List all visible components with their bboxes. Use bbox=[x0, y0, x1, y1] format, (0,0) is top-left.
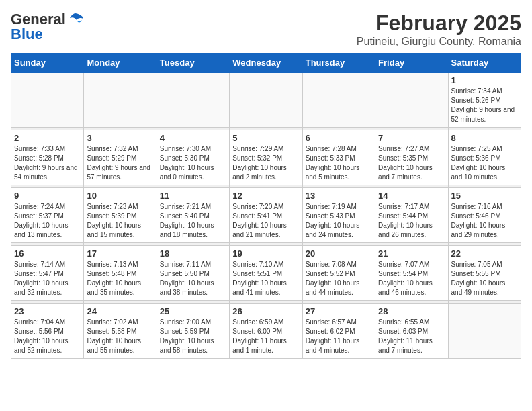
calendar-cell: 5Sunrise: 7:29 AM Sunset: 5:32 PM Daylig… bbox=[230, 130, 302, 185]
day-number: 11 bbox=[160, 191, 226, 201]
header: General Blue February 2025 Putineiu, Giu… bbox=[11, 11, 521, 48]
day-number: 6 bbox=[306, 133, 372, 143]
col-saturday: Saturday bbox=[448, 54, 521, 73]
day-detail: Sunrise: 7:19 AM Sunset: 5:43 PM Dayligh… bbox=[306, 202, 372, 240]
calendar-cell bbox=[84, 73, 157, 128]
calendar-week-5: 23Sunrise: 7:04 AM Sunset: 5:56 PM Dayli… bbox=[11, 304, 521, 359]
day-number: 16 bbox=[14, 248, 81, 259]
col-tuesday: Tuesday bbox=[157, 54, 229, 73]
calendar-cell: 12Sunrise: 7:20 AM Sunset: 5:41 PM Dayli… bbox=[230, 188, 302, 243]
calendar-cell: 18Sunrise: 7:11 AM Sunset: 5:50 PM Dayli… bbox=[157, 246, 229, 301]
day-number: 24 bbox=[87, 306, 153, 316]
calendar-week-4: 16Sunrise: 7:14 AM Sunset: 5:47 PM Dayli… bbox=[11, 246, 521, 301]
day-number: 7 bbox=[378, 133, 445, 143]
day-detail: Sunrise: 7:29 AM Sunset: 5:32 PM Dayligh… bbox=[232, 144, 299, 182]
day-number: 12 bbox=[232, 191, 299, 201]
calendar-cell: 3Sunrise: 7:32 AM Sunset: 5:29 PM Daylig… bbox=[84, 130, 157, 185]
calendar-cell: 27Sunrise: 6:57 AM Sunset: 6:02 PM Dayli… bbox=[302, 304, 375, 359]
calendar-cell: 16Sunrise: 7:14 AM Sunset: 5:47 PM Dayli… bbox=[11, 246, 84, 301]
day-detail: Sunrise: 7:10 AM Sunset: 5:51 PM Dayligh… bbox=[232, 260, 299, 298]
day-number: 23 bbox=[14, 306, 81, 316]
calendar-cell bbox=[11, 73, 84, 128]
day-detail: Sunrise: 7:34 AM Sunset: 5:26 PM Dayligh… bbox=[451, 87, 518, 124]
day-number: 5 bbox=[232, 133, 299, 143]
calendar-cell: 4Sunrise: 7:30 AM Sunset: 5:30 PM Daylig… bbox=[157, 130, 229, 185]
calendar-cell bbox=[230, 73, 302, 128]
day-number: 2 bbox=[14, 133, 81, 143]
calendar-week-3: 9Sunrise: 7:24 AM Sunset: 5:37 PM Daylig… bbox=[11, 188, 521, 243]
day-number: 10 bbox=[87, 191, 153, 201]
col-monday: Monday bbox=[84, 54, 157, 73]
day-number: 28 bbox=[378, 306, 445, 316]
day-detail: Sunrise: 7:28 AM Sunset: 5:33 PM Dayligh… bbox=[306, 144, 372, 182]
day-detail: Sunrise: 7:17 AM Sunset: 5:44 PM Dayligh… bbox=[378, 202, 445, 240]
calendar-cell: 25Sunrise: 7:00 AM Sunset: 5:59 PM Dayli… bbox=[157, 304, 229, 359]
calendar-cell: 11Sunrise: 7:21 AM Sunset: 5:40 PM Dayli… bbox=[157, 188, 229, 243]
logo: General Blue bbox=[11, 11, 85, 43]
day-detail: Sunrise: 6:57 AM Sunset: 6:02 PM Dayligh… bbox=[306, 318, 372, 355]
day-number: 27 bbox=[306, 306, 372, 316]
col-thursday: Thursday bbox=[302, 54, 375, 73]
day-detail: Sunrise: 7:07 AM Sunset: 5:54 PM Dayligh… bbox=[378, 260, 445, 298]
calendar-cell: 10Sunrise: 7:23 AM Sunset: 5:39 PM Dayli… bbox=[84, 188, 157, 243]
calendar-cell: 9Sunrise: 7:24 AM Sunset: 5:37 PM Daylig… bbox=[11, 188, 84, 243]
main-title: February 2025 bbox=[357, 11, 521, 36]
day-detail: Sunrise: 7:27 AM Sunset: 5:35 PM Dayligh… bbox=[378, 144, 445, 182]
col-wednesday: Wednesday bbox=[230, 54, 302, 73]
day-detail: Sunrise: 7:16 AM Sunset: 5:46 PM Dayligh… bbox=[451, 202, 518, 240]
day-number: 15 bbox=[451, 191, 518, 201]
title-area: February 2025 Putineiu, Giurgiu County, … bbox=[357, 11, 521, 48]
day-detail: Sunrise: 7:00 AM Sunset: 5:59 PM Dayligh… bbox=[160, 318, 226, 355]
day-number: 19 bbox=[232, 248, 299, 259]
day-detail: Sunrise: 7:24 AM Sunset: 5:37 PM Dayligh… bbox=[14, 202, 81, 240]
calendar-cell: 7Sunrise: 7:27 AM Sunset: 5:35 PM Daylig… bbox=[375, 130, 448, 185]
day-detail: Sunrise: 7:11 AM Sunset: 5:50 PM Dayligh… bbox=[160, 260, 226, 298]
calendar-table: Sunday Monday Tuesday Wednesday Thursday… bbox=[11, 53, 521, 359]
day-detail: Sunrise: 7:32 AM Sunset: 5:29 PM Dayligh… bbox=[87, 144, 153, 182]
calendar-cell: 24Sunrise: 7:02 AM Sunset: 5:58 PM Dayli… bbox=[84, 304, 157, 359]
day-detail: Sunrise: 7:14 AM Sunset: 5:47 PM Dayligh… bbox=[14, 260, 81, 298]
day-detail: Sunrise: 7:20 AM Sunset: 5:41 PM Dayligh… bbox=[232, 202, 299, 240]
calendar-cell: 14Sunrise: 7:17 AM Sunset: 5:44 PM Dayli… bbox=[375, 188, 448, 243]
calendar-header-row: Sunday Monday Tuesday Wednesday Thursday… bbox=[11, 54, 521, 73]
day-detail: Sunrise: 7:30 AM Sunset: 5:30 PM Dayligh… bbox=[160, 144, 226, 182]
day-number: 25 bbox=[160, 306, 226, 316]
day-number: 3 bbox=[87, 133, 153, 143]
day-detail: Sunrise: 7:02 AM Sunset: 5:58 PM Dayligh… bbox=[87, 318, 153, 355]
day-number: 8 bbox=[451, 133, 518, 143]
calendar-cell bbox=[448, 304, 521, 359]
day-detail: Sunrise: 7:13 AM Sunset: 5:48 PM Dayligh… bbox=[87, 260, 153, 298]
day-number: 13 bbox=[306, 191, 372, 201]
calendar-week-2: 2Sunrise: 7:33 AM Sunset: 5:28 PM Daylig… bbox=[11, 130, 521, 185]
calendar-cell: 13Sunrise: 7:19 AM Sunset: 5:43 PM Dayli… bbox=[302, 188, 375, 243]
calendar-cell: 22Sunrise: 7:05 AM Sunset: 5:55 PM Dayli… bbox=[448, 246, 521, 301]
day-number: 26 bbox=[232, 306, 299, 316]
day-number: 21 bbox=[378, 248, 445, 259]
calendar-cell: 19Sunrise: 7:10 AM Sunset: 5:51 PM Dayli… bbox=[230, 246, 302, 301]
day-detail: Sunrise: 7:33 AM Sunset: 5:28 PM Dayligh… bbox=[14, 144, 81, 182]
calendar-cell: 21Sunrise: 7:07 AM Sunset: 5:54 PM Dayli… bbox=[375, 246, 448, 301]
calendar-week-1: 1Sunrise: 7:34 AM Sunset: 5:26 PM Daylig… bbox=[11, 73, 521, 128]
calendar-cell: 28Sunrise: 6:55 AM Sunset: 6:03 PM Dayli… bbox=[375, 304, 448, 359]
col-friday: Friday bbox=[375, 54, 448, 73]
day-detail: Sunrise: 7:25 AM Sunset: 5:36 PM Dayligh… bbox=[451, 144, 518, 182]
subtitle: Putineiu, Giurgiu County, Romania bbox=[357, 36, 521, 48]
calendar-cell: 20Sunrise: 7:08 AM Sunset: 5:52 PM Dayli… bbox=[302, 246, 375, 301]
day-number: 18 bbox=[160, 248, 226, 259]
calendar-cell bbox=[375, 73, 448, 128]
calendar-cell: 2Sunrise: 7:33 AM Sunset: 5:28 PM Daylig… bbox=[11, 130, 84, 185]
day-detail: Sunrise: 7:04 AM Sunset: 5:56 PM Dayligh… bbox=[14, 318, 81, 355]
day-number: 17 bbox=[87, 248, 153, 259]
day-number: 22 bbox=[451, 248, 518, 259]
logo-bird-icon bbox=[66, 12, 85, 27]
calendar-cell: 8Sunrise: 7:25 AM Sunset: 5:36 PM Daylig… bbox=[448, 130, 521, 185]
day-number: 4 bbox=[160, 133, 226, 143]
calendar-cell: 1Sunrise: 7:34 AM Sunset: 5:26 PM Daylig… bbox=[448, 73, 521, 128]
calendar-cell: 15Sunrise: 7:16 AM Sunset: 5:46 PM Dayli… bbox=[448, 188, 521, 243]
calendar-cell bbox=[302, 73, 375, 128]
day-detail: Sunrise: 6:55 AM Sunset: 6:03 PM Dayligh… bbox=[378, 318, 445, 355]
day-number: 1 bbox=[451, 75, 518, 85]
day-detail: Sunrise: 6:59 AM Sunset: 6:00 PM Dayligh… bbox=[232, 318, 299, 355]
day-detail: Sunrise: 7:21 AM Sunset: 5:40 PM Dayligh… bbox=[160, 202, 226, 240]
col-sunday: Sunday bbox=[11, 54, 84, 73]
